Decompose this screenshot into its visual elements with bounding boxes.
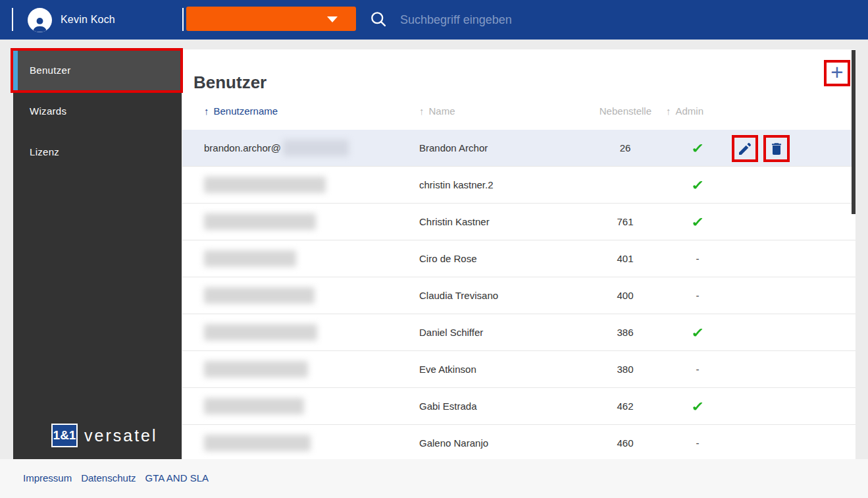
cell-name: Ciro de Rose: [419, 240, 477, 277]
table-row[interactable]: Galeno Naranjo460-: [182, 425, 855, 459]
cell-admin: ✓: [671, 388, 724, 424]
table-row[interactable]: Claudia Trevisano400-: [182, 277, 855, 314]
annotation-box-edit: [732, 135, 758, 162]
search-input[interactable]: [399, 9, 651, 30]
cell-nebenstelle: 26: [586, 130, 665, 166]
cell-name: Daniel Schiffer: [419, 314, 483, 350]
cell-admin: -: [671, 351, 724, 387]
cell-nebenstelle: 380: [586, 351, 665, 387]
cell-name: Christin Kastner: [419, 204, 490, 240]
cell-name: christin kastner.2: [419, 167, 494, 203]
table-row[interactable]: brandon.archor@Brandon Archor26✓: [182, 130, 855, 167]
table-row[interactable]: Ciro de Rose401-: [182, 240, 855, 277]
user-menu[interactable]: Kevin Koch: [28, 7, 115, 32]
cell-name: Brandon Archor: [419, 130, 488, 166]
cell-admin: -: [671, 425, 724, 459]
sidebar-item-benutzer[interactable]: Benutzer: [13, 49, 182, 90]
redacted-username-blur: [204, 324, 317, 341]
person-icon: [30, 14, 49, 32]
user-avatar-icon: [28, 8, 52, 32]
sidebar-item-wizards[interactable]: Wizards: [13, 90, 182, 131]
footer-link-gta-and-sla[interactable]: GTA AND SLA: [145, 472, 209, 484]
footer-link-datenschutz[interactable]: Datenschutz: [81, 472, 136, 484]
delete-trash-icon[interactable]: [769, 141, 784, 157]
scrollbar-thumb[interactable]: [852, 50, 855, 214]
cell-admin: ✓: [671, 167, 724, 203]
admin-check-icon: ✓: [691, 399, 705, 414]
sidebar-item-label: Benutzer: [13, 65, 70, 76]
table-body: brandon.archor@Brandon Archor26✓christin…: [182, 130, 855, 459]
column-header-benutzername[interactable]: ↑Benutzername: [204, 101, 278, 121]
top-bar: Kevin Koch: [0, 0, 868, 40]
cell-nebenstelle: [586, 167, 665, 203]
footer: Impressum Datenschutz GTA AND SLA: [0, 459, 868, 498]
sidebar-item-label: Lizenz: [13, 146, 59, 157]
footer-link-impressum[interactable]: Impressum: [23, 472, 72, 484]
sort-arrow-icon: ↑: [666, 105, 671, 117]
cell-benutzername: [204, 388, 304, 424]
cell-name: Galeno Naranjo: [419, 425, 488, 459]
admin-dash: -: [696, 437, 700, 449]
cell-benutzername: [204, 240, 296, 277]
cell-benutzername: [204, 167, 326, 203]
redacted-username-blur: [204, 213, 316, 230]
header-divider: [12, 8, 13, 31]
cell-benutzername: [204, 204, 316, 240]
annotation-box-add-user: +: [824, 60, 850, 86]
column-header-name[interactable]: ↑Name: [419, 101, 455, 121]
cell-nebenstelle: 462: [586, 388, 665, 424]
admin-dash: -: [696, 290, 700, 301]
table-row[interactable]: Daniel Schiffer386✓: [182, 314, 855, 351]
redacted-username-blur: [204, 287, 315, 304]
table-row[interactable]: Christin Kastner761✓: [182, 204, 855, 240]
column-label: Benutzername: [214, 105, 278, 117]
sort-arrow-icon: ↑: [204, 105, 209, 117]
column-header-admin[interactable]: ↑Admin: [666, 101, 703, 121]
redacted-username-blur: [204, 435, 311, 451]
sidebar-item-label: Wizards: [13, 105, 66, 117]
sidebar-nav: Benutzer Wizards Lizenz 1&1 versatel: [13, 49, 182, 459]
username-text: brandon.archor@: [204, 142, 281, 153]
column-label: Admin: [676, 105, 704, 117]
cell-nebenstelle: 400: [586, 277, 665, 314]
cell-admin: -: [671, 277, 724, 314]
logo-1und1-icon: 1&1: [51, 424, 78, 447]
cell-name: Claudia Trevisano: [419, 277, 498, 314]
account-dropdown-button[interactable]: [186, 7, 356, 31]
table-row[interactable]: Eve Atkinson380-: [182, 351, 855, 388]
edit-pencil-icon[interactable]: [737, 141, 753, 157]
header-divider: [182, 8, 184, 31]
admin-dash: -: [696, 253, 700, 264]
table-row[interactable]: christin kastner.2✓: [182, 167, 855, 204]
sidebar-item-lizenz[interactable]: Lizenz: [13, 131, 182, 172]
search-icon[interactable]: [369, 10, 388, 28]
caret-down-icon: [327, 16, 338, 22]
admin-dash: -: [696, 364, 700, 375]
redacted-username-blur: [204, 361, 308, 377]
logo-versatel-text: versatel: [84, 426, 158, 445]
column-header-nebenstelle[interactable]: Nebenstelle: [573, 101, 651, 121]
table-row[interactable]: Gabi Estrada462✓: [182, 388, 855, 425]
cell-nebenstelle: 386: [586, 314, 665, 350]
cell-admin: -: [671, 240, 724, 277]
cell-benutzername: [204, 425, 311, 459]
add-user-button[interactable]: +: [830, 61, 843, 83]
cell-benutzername: brandon.archor@: [204, 130, 349, 166]
active-accent-bar: [13, 49, 18, 90]
annotation-box-delete: [763, 135, 790, 162]
cell-benutzername: [204, 277, 315, 314]
page-title: Benutzer: [193, 72, 267, 93]
admin-check-icon: ✓: [691, 214, 705, 230]
table-header-row: ↑Benutzername ↑Name Nebenstelle ↑Admin: [182, 101, 855, 121]
brand-logo: 1&1 versatel: [51, 424, 158, 447]
cell-name: Gabi Estrada: [419, 388, 477, 424]
column-label: Nebenstelle: [600, 105, 651, 117]
redacted-username-blur: [283, 140, 349, 156]
user-name-label: Kevin Koch: [61, 14, 115, 26]
column-label: Name: [429, 105, 455, 117]
cell-nebenstelle: 401: [586, 240, 665, 277]
admin-check-icon: ✓: [691, 177, 705, 193]
cell-admin: ✓: [671, 314, 724, 350]
redacted-username-blur: [204, 398, 304, 414]
footer-links: Impressum Datenschutz GTA AND SLA: [23, 472, 209, 484]
